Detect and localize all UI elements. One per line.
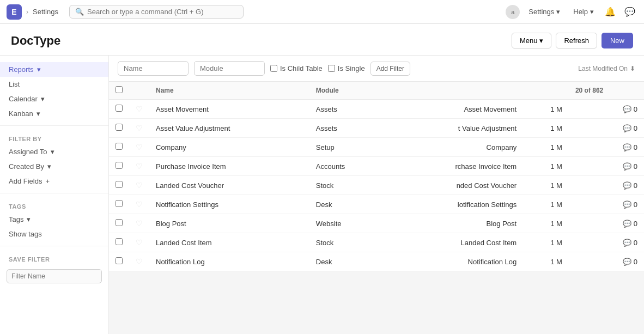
row-name[interactable]: Landed Cost Voucher	[149, 176, 309, 195]
add-filter-button[interactable]: Add Filter	[370, 62, 410, 76]
assigned-to-label: Assigned To	[9, 148, 47, 156]
module-filter-input[interactable]	[194, 61, 265, 76]
row-checkbox-cell	[109, 233, 129, 252]
new-button[interactable]: New	[602, 33, 633, 48]
favorite-icon[interactable]: ♡	[136, 200, 143, 209]
row-module: Stock	[309, 176, 387, 195]
row-age: 1 M	[523, 252, 569, 271]
row-checkbox[interactable]	[116, 162, 123, 169]
refresh-button[interactable]: Refresh	[556, 33, 597, 48]
sidebar-divider-3	[0, 246, 108, 246]
sidebar-item-reports[interactable]: Reports ▾	[0, 62, 108, 77]
table-row: ♡ Company Setup Company 1 M 💬 0	[109, 138, 644, 157]
table-row: ♡ Notification Log Desk Notification Log…	[109, 252, 644, 271]
comment-icon: 💬	[623, 162, 631, 171]
menu-button[interactable]: Menu ▾	[512, 33, 552, 48]
favorite-icon[interactable]: ♡	[136, 238, 143, 247]
sort-icon[interactable]: ⬇	[630, 65, 635, 72]
settings-nav-button[interactable]: Settings ▾	[524, 5, 564, 18]
row-module: Assets	[309, 100, 387, 119]
name-filter-input[interactable]	[118, 61, 189, 76]
calendar-label: Calendar	[9, 95, 38, 103]
kanban-label: Kanban	[9, 110, 33, 118]
row-checkbox[interactable]	[116, 143, 123, 150]
row-name[interactable]: Landed Cost Item	[149, 233, 309, 252]
row-name[interactable]: Asset Value Adjustment	[149, 119, 309, 138]
row-amended: Notification Log	[387, 252, 523, 271]
row-checkbox-cell	[109, 252, 129, 271]
favorite-icon[interactable]: ♡	[136, 124, 143, 132]
calendar-chevron-icon: ▾	[41, 95, 45, 103]
row-age: 1 M	[523, 157, 569, 176]
row-fav-cell: ♡	[129, 233, 149, 252]
is-child-table-checkbox[interactable]	[270, 65, 277, 72]
table-body: ♡ Asset Movement Assets Asset Movement 1…	[109, 100, 644, 271]
created-by-label: Created By	[9, 162, 44, 171]
search-input[interactable]	[87, 8, 238, 16]
row-comments: 💬 0	[569, 233, 644, 252]
filter-name-input[interactable]	[7, 269, 102, 283]
th-amended	[387, 82, 523, 100]
comment-icon: 💬	[623, 105, 631, 113]
sidebar-item-list[interactable]: List	[0, 77, 108, 92]
row-name[interactable]: Notification Log	[149, 252, 309, 271]
row-name[interactable]: Blog Post	[149, 214, 309, 233]
row-fav-cell: ♡	[129, 214, 149, 233]
notifications-icon[interactable]: 🔔	[603, 4, 618, 19]
is-child-table-filter[interactable]: Is Child Table	[270, 64, 323, 72]
row-age: 1 M	[523, 214, 569, 233]
row-checkbox[interactable]	[116, 200, 123, 207]
app-brand: E	[7, 4, 22, 20]
row-name[interactable]: Asset Movement	[149, 100, 309, 119]
row-fav-cell: ♡	[129, 252, 149, 271]
save-filter-section: Save Filter	[0, 251, 108, 265]
row-checkbox[interactable]	[116, 181, 123, 188]
favorite-icon[interactable]: ♡	[136, 257, 143, 266]
tags-section: Tags	[0, 198, 108, 212]
row-fav-cell: ♡	[129, 100, 149, 119]
row-amended: Landed Cost Item	[387, 233, 523, 252]
sidebar-item-kanban[interactable]: Kanban ▾	[0, 106, 108, 121]
row-name[interactable]: Purchase Invoice Item	[149, 157, 309, 176]
favorite-icon[interactable]: ♡	[136, 162, 143, 171]
main-content: Is Child Table Is Single Add Filter Last…	[109, 56, 644, 334]
add-fields-plus-icon: +	[45, 177, 50, 185]
is-single-filter[interactable]: Is Single	[328, 64, 365, 72]
chat-icon[interactable]: 💬	[622, 4, 637, 19]
table-row: ♡ Landed Cost Item Stock Landed Cost Ite…	[109, 233, 644, 252]
sidebar-item-add-fields[interactable]: Add Fields +	[0, 174, 108, 189]
row-checkbox[interactable]	[116, 124, 123, 131]
row-checkbox[interactable]	[116, 257, 123, 264]
avatar[interactable]: a	[506, 5, 520, 19]
row-amended: Blog Post	[387, 214, 523, 233]
favorite-icon[interactable]: ♡	[136, 219, 143, 228]
row-checkbox[interactable]	[116, 105, 123, 112]
last-modified-label: Last Modified On ⬇	[578, 65, 635, 72]
sidebar-item-show-tags[interactable]: Show tags	[0, 227, 108, 241]
sidebar-item-tags[interactable]: Tags ▾	[0, 212, 108, 227]
sidebar-item-calendar[interactable]: Calendar ▾	[0, 92, 108, 106]
sidebar-divider-2	[0, 193, 108, 193]
reports-chevron-icon: ▾	[37, 65, 41, 74]
comment-icon: 💬	[623, 239, 631, 247]
settings-nav-label: Settings	[528, 8, 554, 16]
favorite-icon[interactable]: ♡	[136, 105, 143, 113]
sidebar-item-assigned-to[interactable]: Assigned To ▾	[0, 144, 108, 159]
row-age: 1 M	[523, 138, 569, 157]
row-checkbox[interactable]	[116, 238, 123, 245]
global-search[interactable]: 🔍	[69, 5, 244, 19]
row-name[interactable]: Company	[149, 138, 309, 157]
breadcrumb-settings[interactable]: Settings	[33, 8, 58, 16]
row-fav-cell: ♡	[129, 138, 149, 157]
row-fav-cell: ♡	[129, 119, 149, 138]
favorite-icon[interactable]: ♡	[136, 181, 143, 190]
row-module: Desk	[309, 195, 387, 214]
row-name[interactable]: Notification Settings	[149, 195, 309, 214]
row-checkbox[interactable]	[116, 219, 123, 226]
favorite-icon[interactable]: ♡	[136, 143, 143, 151]
menu-label: Menu	[520, 37, 538, 45]
sidebar-item-created-by[interactable]: Created By ▾	[0, 159, 108, 174]
help-button[interactable]: Help ▾	[569, 5, 598, 18]
select-all-checkbox[interactable]	[116, 86, 123, 93]
is-single-checkbox[interactable]	[328, 65, 335, 72]
